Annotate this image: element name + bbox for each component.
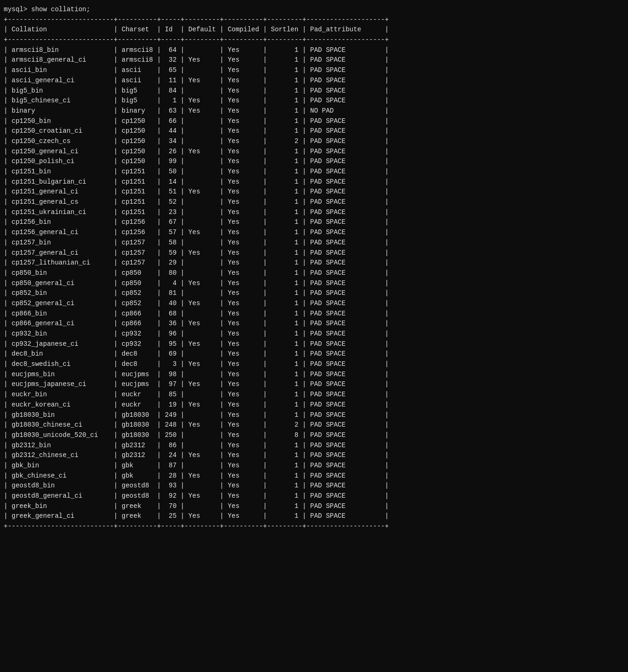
- terminal-output: mysql> show collation; +----------------…: [0, 0, 628, 536]
